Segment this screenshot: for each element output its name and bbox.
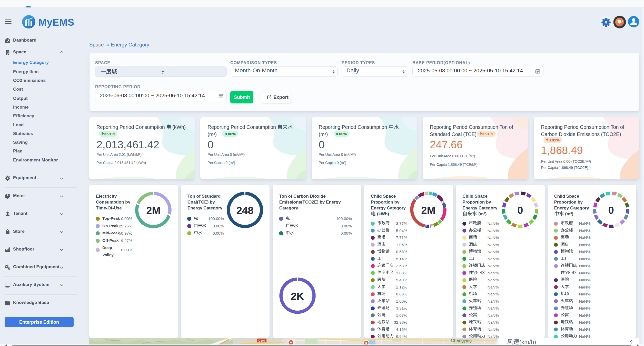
svg-text:Changying: Changying [451, 338, 472, 343]
svg-text:G107: G107 [259, 339, 265, 342]
